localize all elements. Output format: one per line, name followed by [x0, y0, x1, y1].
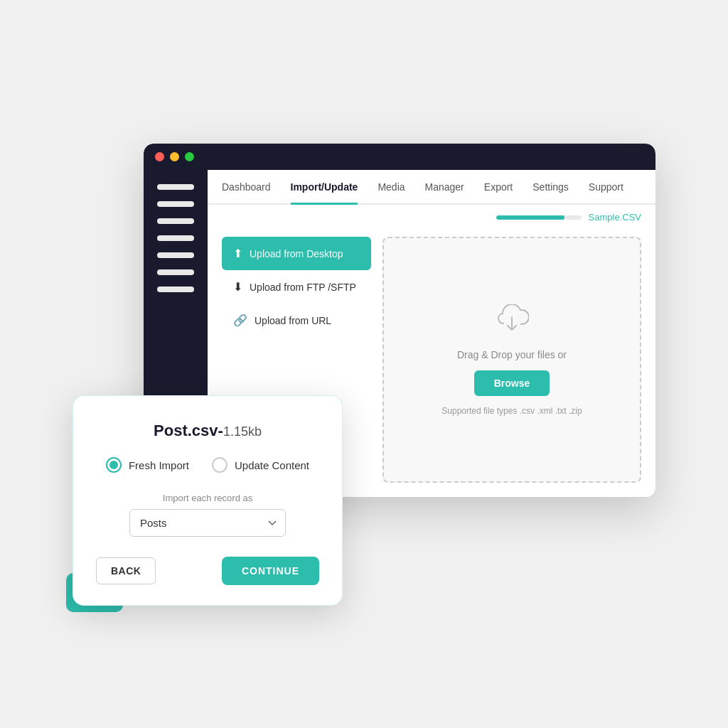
tab-manager[interactable]: Manager — [425, 170, 464, 205]
continue-button[interactable]: CONTINUE — [222, 557, 319, 585]
dialog-card: Post.csv-1.15kb Fresh Import Update Cont… — [73, 395, 343, 606]
upload-from-url[interactable]: 🔗 Upload from URL — [222, 304, 371, 337]
record-select[interactable]: Posts Pages Products Categories — [129, 509, 286, 537]
titlebar — [144, 144, 655, 170]
radio-fresh-import-circle[interactable] — [106, 457, 122, 473]
upload-desktop-icon: ⬆ — [233, 247, 242, 260]
progress-bar-fill — [496, 215, 564, 220]
sidebar-bar-2 — [157, 201, 194, 207]
scene: Dashboard Import/Update Media Manager Ex… — [73, 122, 655, 606]
sidebar-bar-4 — [157, 235, 194, 241]
browse-button[interactable]: Browse — [474, 370, 550, 396]
upload-desktop-label: Upload from Desktop — [250, 248, 343, 259]
dot-yellow[interactable] — [170, 152, 179, 161]
sidebar-bar-7 — [157, 287, 194, 292]
dialog-filename: Post.csv- — [154, 422, 223, 439]
tab-import-update[interactable]: Import/Update — [291, 170, 358, 205]
radio-update-content-circle[interactable] — [212, 457, 228, 473]
radio-fresh-import-label: Fresh Import — [129, 459, 189, 471]
tab-settings[interactable]: Settings — [532, 170, 569, 205]
progress-area: Sample.CSV — [208, 205, 655, 225]
upload-cloud-icon — [495, 304, 529, 339]
dialog-actions: BACK CONTINUE — [96, 557, 319, 585]
upload-from-desktop[interactable]: ⬆ Upload from Desktop — [222, 237, 371, 270]
dialog-filesize: 1.15kb — [223, 424, 262, 439]
drop-zone[interactable]: Drag & Drop your files or Browse Support… — [382, 237, 641, 483]
sidebar-bar-1 — [157, 184, 194, 190]
dot-green[interactable] — [185, 152, 194, 161]
drag-drop-text: Drag & Drop your files or — [457, 349, 567, 360]
tab-dashboard[interactable]: Dashboard — [222, 170, 271, 205]
radio-fresh-import[interactable]: Fresh Import — [106, 457, 189, 473]
progress-bar — [496, 215, 582, 220]
tab-media[interactable]: Media — [378, 170, 405, 205]
dialog-title: Post.csv-1.15kb — [96, 422, 319, 440]
sidebar-bar-6 — [157, 269, 194, 275]
sidebar-bar-5 — [157, 252, 194, 258]
upload-url-icon: 🔗 — [233, 314, 247, 327]
progress-label: Sample.CSV — [589, 212, 641, 223]
upload-url-label: Upload from URL — [255, 315, 331, 326]
upload-from-ftp[interactable]: ⬇ Upload from FTP /SFTP — [222, 270, 371, 304]
nav-tabs: Dashboard Import/Update Media Manager Ex… — [208, 170, 655, 205]
upload-ftp-icon: ⬇ — [233, 280, 242, 294]
radio-update-content[interactable]: Update Content — [212, 457, 309, 473]
upload-ftp-label: Upload from FTP /SFTP — [250, 282, 356, 293]
record-label: Import each record as — [163, 493, 252, 503]
radio-group: Fresh Import Update Content — [96, 457, 319, 473]
tab-export[interactable]: Export — [484, 170, 513, 205]
record-section: Import each record as Posts Pages Produc… — [96, 493, 319, 537]
radio-update-content-label: Update Content — [235, 459, 309, 471]
dot-red[interactable] — [155, 152, 164, 161]
sidebar-bar-3 — [157, 218, 194, 224]
supported-types-text: Supported file types .csv .xml .txt .zip — [441, 406, 582, 416]
tab-support[interactable]: Support — [589, 170, 623, 205]
back-button[interactable]: BACK — [96, 557, 156, 584]
